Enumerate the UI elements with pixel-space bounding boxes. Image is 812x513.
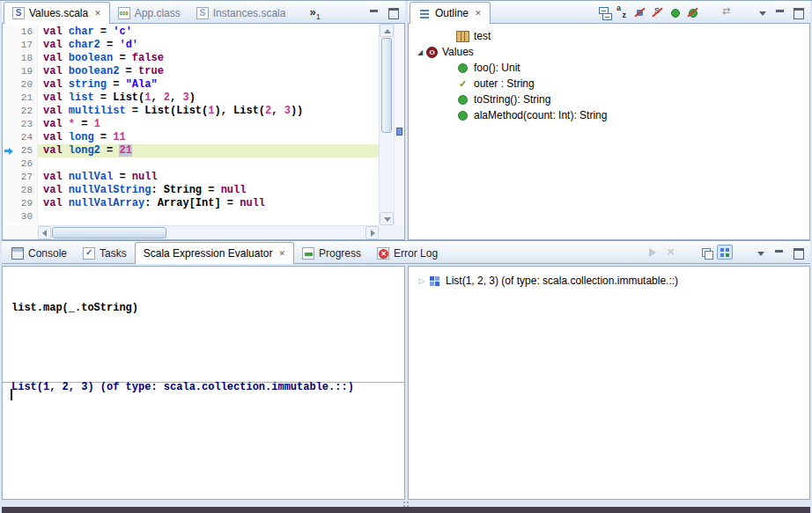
code-text: val boolean2 = true bbox=[38, 65, 379, 78]
collapse-arrow-icon[interactable]: ◢ bbox=[414, 48, 426, 56]
scrollbar-left-arrow[interactable] bbox=[38, 226, 51, 239]
code-line[interactable]: 20val string = "Ala" bbox=[3, 78, 379, 92]
view-menu-icon[interactable] bbox=[753, 245, 769, 260]
chevron-icon: » bbox=[309, 6, 315, 18]
tab-console[interactable]: Console bbox=[4, 243, 75, 263]
hide-local-icon[interactable] bbox=[684, 4, 700, 19]
code-line[interactable]: 30 bbox=[3, 210, 379, 224]
run-icon[interactable] bbox=[644, 245, 660, 260]
breakpoint-ruler-cell[interactable] bbox=[3, 184, 15, 197]
expression-evaluator-panel: list.map(_.toString) List(1, 2, 3) (of t… bbox=[2, 266, 405, 500]
scroll-lock-icon[interactable] bbox=[717, 245, 733, 260]
tab-error-log[interactable]: Error Log bbox=[369, 243, 446, 263]
sash[interactable] bbox=[2, 500, 810, 507]
public-method-icon bbox=[456, 62, 469, 75]
expand-arrow-icon[interactable]: ▷ bbox=[416, 276, 428, 285]
code-line[interactable]: 23val * = 1 bbox=[3, 118, 379, 131]
evaluator-history[interactable]: list.map(_.toString) List(1, 2, 3) (of t… bbox=[3, 267, 404, 383]
text-caret bbox=[11, 389, 12, 400]
close-icon[interactable]: ✕ bbox=[278, 250, 285, 258]
tree-item-tostring-string[interactable]: toString(): String bbox=[409, 92, 809, 107]
code-token bbox=[63, 78, 69, 91]
code-line[interactable]: 25val long2 = 21 bbox=[3, 144, 379, 158]
code-line[interactable]: 26 bbox=[3, 158, 379, 171]
view-menu-icon[interactable] bbox=[755, 4, 771, 19]
show-public-icon[interactable] bbox=[667, 4, 683, 19]
tab-instances-scala[interactable]: Instances.scala bbox=[188, 3, 294, 23]
scrollbar-corner bbox=[379, 225, 404, 239]
breakpoint-ruler-cell[interactable] bbox=[3, 26, 15, 39]
scrollbar-right-arrow[interactable] bbox=[365, 226, 379, 239]
tree-item-test[interactable]: test bbox=[409, 28, 809, 44]
minimize-icon[interactable] bbox=[772, 4, 788, 19]
code-line[interactable]: 16val char = 'c' bbox=[3, 26, 379, 39]
scrollbar-up-arrow[interactable] bbox=[380, 24, 394, 37]
maximize-icon[interactable] bbox=[790, 4, 806, 19]
hide-static-icon[interactable] bbox=[649, 4, 665, 19]
minimize-icon[interactable] bbox=[771, 245, 787, 260]
breakpoint-ruler-cell[interactable] bbox=[3, 52, 15, 65]
code-line[interactable]: 19val boolean2 = true bbox=[3, 65, 379, 78]
breakpoint-ruler-cell[interactable] bbox=[3, 158, 15, 171]
tab-progress[interactable]: Progress bbox=[294, 243, 369, 263]
evaluator-input[interactable] bbox=[3, 383, 404, 499]
scrollbar-down-arrow[interactable] bbox=[380, 212, 394, 225]
breakpoint-ruler-cell[interactable] bbox=[3, 171, 15, 184]
code-line[interactable]: 24val long = 11 bbox=[3, 131, 379, 144]
breakpoint-ruler-cell[interactable] bbox=[3, 65, 15, 78]
evaluation-result-panel: ▷List(1, 2, 3) (of type: scala.collectio… bbox=[408, 266, 810, 500]
maximize-icon[interactable] bbox=[385, 4, 401, 19]
tree-item-alamethod-count-int-string[interactable]: alaMethod(count: Int): String bbox=[409, 107, 809, 123]
breakpoint-ruler-cell[interactable] bbox=[3, 78, 15, 92]
breakpoint-ruler-cell[interactable] bbox=[3, 210, 15, 224]
minimize-icon[interactable] bbox=[366, 4, 382, 19]
class-file-icon bbox=[118, 7, 130, 19]
breakpoint-ruler-cell[interactable] bbox=[3, 144, 15, 158]
close-icon[interactable]: ✕ bbox=[94, 10, 101, 18]
link-with-editor-icon[interactable] bbox=[720, 4, 735, 19]
code-text: val nullValString: String = null bbox=[38, 184, 379, 197]
code-token: char bbox=[69, 26, 94, 38]
code-line[interactable]: 22val multilist = List(List(1), List(2, … bbox=[3, 105, 379, 118]
sash-grip-icon[interactable] bbox=[403, 502, 405, 503]
code-line[interactable]: 18val boolean = false bbox=[3, 52, 379, 65]
breakpoint-ruler-cell[interactable] bbox=[3, 118, 15, 131]
code-token: val bbox=[43, 131, 63, 143]
code-text: val long2 = 21 bbox=[38, 144, 379, 158]
scrollbar-thumb[interactable] bbox=[52, 227, 166, 238]
occurrence-marker[interactable] bbox=[396, 128, 402, 136]
editor-horizontal-scrollbar[interactable] bbox=[38, 225, 379, 239]
code-line[interactable]: 28val nullValString: String = null bbox=[3, 184, 379, 197]
breakpoint-ruler-cell[interactable] bbox=[3, 131, 15, 144]
breakpoint-ruler-cell[interactable] bbox=[3, 39, 15, 52]
breakpoint-ruler-cell[interactable] bbox=[3, 105, 15, 118]
code-line[interactable]: 29val nullValArray: Array[Int] = null bbox=[3, 197, 379, 210]
code-line[interactable]: 17val char2 = 'd' bbox=[3, 39, 379, 52]
maximize-icon[interactable] bbox=[790, 245, 806, 260]
tab-label: Progress bbox=[319, 247, 361, 260]
code-line[interactable]: 27val nullVal = null bbox=[3, 171, 379, 184]
code-token: null bbox=[132, 171, 158, 183]
tab-overflow-button[interactable]: »1 bbox=[309, 6, 320, 18]
close-icon[interactable]: ✕ bbox=[475, 10, 482, 18]
breakpoint-ruler-cell[interactable] bbox=[3, 197, 15, 210]
code-line[interactable]: 21val list = List(1, 2, 3) bbox=[3, 92, 379, 105]
tab-scala-expression-evaluator[interactable]: Scala Expression Evaluator✕ bbox=[135, 242, 294, 264]
tab-app-class[interactable]: App.class bbox=[110, 3, 188, 23]
tab-tasks[interactable]: Tasks bbox=[75, 243, 135, 263]
editor-vertical-scrollbar[interactable] bbox=[379, 24, 394, 225]
clear-icon[interactable] bbox=[662, 245, 678, 260]
tab-values-scala[interactable]: Values.scala✕ bbox=[4, 2, 110, 24]
hide-fields-icon[interactable] bbox=[631, 4, 647, 19]
scrollbar-thumb[interactable] bbox=[381, 38, 392, 133]
pin-icon[interactable] bbox=[698, 245, 714, 260]
collapse-all-icon[interactable] bbox=[596, 4, 612, 19]
tree-item-outer-string[interactable]: ✓outer : String bbox=[409, 76, 809, 92]
tab-outline[interactable]: Outline ✕ bbox=[410, 2, 491, 24]
breakpoint-ruler-cell[interactable] bbox=[3, 92, 15, 105]
sort-icon[interactable] bbox=[614, 4, 630, 19]
tree-item-list-1-2-3-of-type-scala-collection-immutable[interactable]: ▷List(1, 2, 3) (of type: scala.collectio… bbox=[409, 273, 809, 289]
tree-item-foo-unit[interactable]: foo(): Unit bbox=[409, 60, 809, 76]
overview-ruler[interactable] bbox=[394, 24, 404, 225]
tree-item-values[interactable]: ◢OValues bbox=[409, 44, 809, 60]
